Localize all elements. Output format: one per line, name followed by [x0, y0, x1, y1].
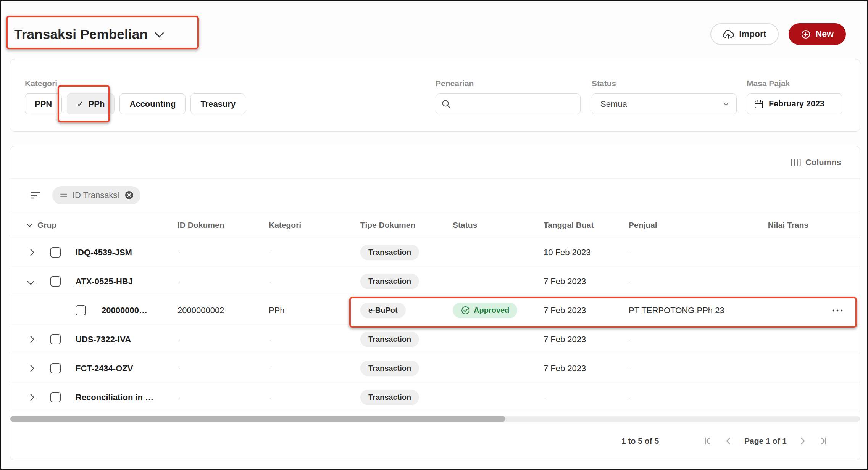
grup-id: UDS-7322-IVA	[76, 335, 131, 344]
cell-penjual: -	[629, 248, 723, 258]
table-row-child[interactable]: 20000000… 2000000002 PPh e-BuPot Approve…	[10, 296, 860, 325]
first-page-button[interactable]	[700, 434, 715, 448]
expand-row-button[interactable]	[26, 395, 35, 400]
kategori-label: Kategori	[25, 79, 57, 88]
pagination: 1 to 5 of 5 Page 1 of 1	[621, 430, 831, 452]
table-row[interactable]: FCT-2434-OZV - - Transaction 7 Feb 2023 …	[10, 354, 860, 383]
calendar-icon	[754, 99, 764, 109]
cell-tanggal-buat: -	[544, 393, 629, 402]
prev-page-button[interactable]	[721, 434, 736, 448]
search-box[interactable]	[436, 93, 581, 114]
col-header-status: Status	[453, 221, 544, 230]
chevron-right-icon	[27, 249, 34, 256]
search-input[interactable]	[455, 99, 575, 109]
import-button[interactable]: Import	[710, 23, 779, 45]
row-checkbox[interactable]	[50, 334, 61, 344]
masa-pajak-picker[interactable]: February 2023	[747, 93, 842, 114]
row-actions-button[interactable]	[828, 305, 847, 316]
cell-id-dokumen: 2000000002	[177, 306, 269, 315]
next-page-button[interactable]	[795, 434, 810, 448]
cell-tanggal-buat: 7 Feb 2023	[544, 277, 629, 287]
cell-penjual: -	[629, 335, 723, 344]
import-button-label: Import	[739, 29, 766, 39]
cell-kategori: -	[269, 248, 360, 258]
collapse-row-button[interactable]	[26, 279, 35, 284]
grup-id: ATX-0525-HBJ	[76, 277, 133, 287]
columns-button[interactable]: Columns	[791, 158, 841, 167]
check-circle-icon	[461, 306, 470, 315]
new-button-label: New	[816, 29, 834, 39]
col-header-nilai-trans: Nilai Trans	[768, 221, 815, 230]
cell-penjual: -	[629, 277, 723, 287]
table-row[interactable]: ATX-0525-HBJ - - Transaction 7 Feb 2023 …	[10, 267, 860, 296]
tipe-dokumen-badge: Transaction	[360, 390, 419, 405]
active-filters-row: ID Transaksi	[10, 179, 860, 212]
page-title-dropdown[interactable]: Transaksi Pembelian	[14, 23, 163, 45]
row-checkbox[interactable]	[50, 392, 61, 402]
table-row[interactable]: Reconciliation in … - - Transaction - -	[10, 383, 860, 412]
masa-pajak-value: February 2023	[769, 99, 824, 109]
chevron-down-icon	[723, 100, 729, 106]
row-checkbox[interactable]	[50, 276, 61, 287]
filter-list-icon[interactable]	[30, 191, 40, 200]
last-page-icon	[819, 436, 829, 446]
chevron-right-icon	[27, 394, 34, 401]
columns-button-label: Columns	[805, 158, 841, 167]
kategori-button-pph[interactable]: ✓ PPh	[67, 93, 115, 114]
cell-tanggal-buat: 7 Feb 2023	[544, 364, 629, 373]
row-checkbox[interactable]	[76, 305, 86, 315]
chevron-down-icon	[27, 278, 34, 285]
close-circle-icon[interactable]	[124, 190, 134, 200]
page-title: Transaksi Pembelian	[14, 27, 148, 42]
cell-id-dokumen: -	[177, 335, 269, 344]
cell-penjual: -	[629, 364, 723, 373]
kategori-button-accounting[interactable]: Accounting	[119, 93, 186, 114]
status-select[interactable]: Semua	[592, 93, 737, 114]
cell-kategori: -	[269, 277, 360, 287]
chevron-down-icon[interactable]	[27, 221, 33, 227]
kategori-button-treasury[interactable]: Treasury	[190, 93, 245, 114]
search-icon	[441, 99, 451, 109]
cell-kategori: -	[269, 393, 360, 402]
cell-tanggal-buat: 10 Feb 2023	[544, 248, 629, 258]
row-checkbox[interactable]	[50, 363, 61, 373]
horizontal-scrollbar-thumb[interactable]	[10, 416, 505, 422]
cell-kategori: PPh	[269, 306, 360, 315]
horizontal-scrollbar-track[interactable]	[10, 416, 860, 422]
col-header-id-dokumen: ID Dokumen	[177, 221, 269, 230]
col-header-penjual: Penjual	[629, 221, 723, 230]
app-screen: Transaksi Pembelian Import New Kat	[0, 0, 868, 470]
pencarian-label: Pencarian	[436, 79, 474, 88]
table-row[interactable]: IDQ-4539-JSM - - Transaction 10 Feb 2023…	[10, 238, 860, 267]
filter-card: Kategori PPN ✓ PPh Accounting Treasury P…	[10, 59, 860, 132]
first-page-icon	[702, 436, 712, 446]
chevron-down-icon[interactable]	[155, 28, 164, 37]
table-row[interactable]: UDS-7322-IVA - - Transaction 7 Feb 2023 …	[10, 325, 860, 354]
cell-tanggal-buat: 7 Feb 2023	[544, 335, 629, 344]
row-checkbox[interactable]	[50, 247, 61, 258]
chevron-right-icon	[27, 336, 34, 343]
cell-id-dokumen: -	[177, 393, 269, 402]
col-header-grup: Grup	[37, 221, 56, 230]
status-badge-approved: Approved	[453, 303, 517, 318]
pagination-range: 1 to 5 of 5	[621, 436, 659, 446]
grup-id: Reconciliation in …	[76, 393, 153, 402]
expand-row-button[interactable]	[26, 337, 35, 342]
columns-icon	[791, 158, 801, 167]
table-toolbar: Columns	[10, 146, 860, 179]
table-card: Columns ID Transaksi	[10, 146, 860, 460]
kategori-button-ppn[interactable]: PPN	[25, 93, 62, 114]
expand-row-button[interactable]	[26, 366, 35, 371]
transaction-id: 20000000…	[102, 306, 147, 315]
new-button[interactable]: New	[789, 23, 846, 45]
table-header-row: Grup ID Dokumen Kategori Tipe Dokumen St…	[10, 212, 860, 238]
last-page-button[interactable]	[816, 434, 831, 448]
col-header-tipe-dokumen: Tipe Dokumen	[360, 221, 453, 230]
plus-circle-icon	[801, 29, 811, 39]
tipe-dokumen-badge: Transaction	[360, 361, 419, 376]
topbar-actions: Import New	[710, 23, 846, 45]
check-icon: ✓	[77, 99, 84, 109]
expand-row-button[interactable]	[26, 250, 35, 255]
filter-chip-id-transaksi[interactable]: ID Transaksi	[52, 186, 140, 204]
cell-penjual: PT TERPOTONG PPh 23	[629, 306, 723, 315]
